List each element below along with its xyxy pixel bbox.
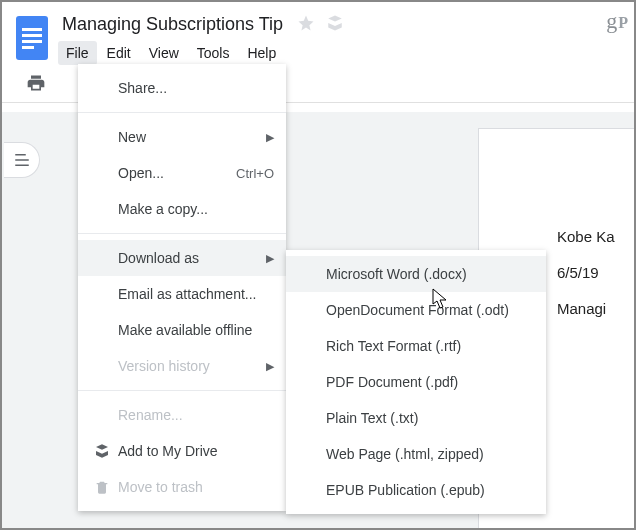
submenu-txt-label: Plain Text (.txt) xyxy=(322,410,534,426)
menu-rename[interactable]: Rename... xyxy=(78,397,286,433)
page-line: Managi xyxy=(557,291,636,327)
menu-download-as-label: Download as xyxy=(114,250,260,266)
menu-make-offline-label: Make available offline xyxy=(114,322,274,338)
outline-tab[interactable] xyxy=(4,142,40,178)
svg-rect-7 xyxy=(15,165,29,167)
svg-rect-5 xyxy=(15,154,26,156)
document-title[interactable]: Managing Subscriptions Tip xyxy=(58,12,287,37)
submenu-html-label: Web Page (.html, zipped) xyxy=(322,446,534,462)
menu-view[interactable]: View xyxy=(141,41,187,65)
page-line: Kobe Ka xyxy=(557,219,636,255)
svg-rect-3 xyxy=(22,40,42,43)
submenu-word-label: Microsoft Word (.docx) xyxy=(322,266,534,282)
menu-version-history-label: Version history xyxy=(114,358,260,374)
menu-make-copy[interactable]: Make a copy... xyxy=(78,191,286,227)
menu-open-label: Open... xyxy=(114,165,236,181)
menu-open[interactable]: Open... Ctrl+O xyxy=(78,155,286,191)
chevron-right-icon: ▶ xyxy=(260,252,274,265)
chevron-right-icon: ▶ xyxy=(260,360,274,373)
menu-share-label: Share... xyxy=(114,80,274,96)
submenu-txt[interactable]: Plain Text (.txt) xyxy=(286,400,546,436)
separator xyxy=(78,233,286,234)
menubar: File Edit View Tools Help xyxy=(58,39,626,67)
submenu-pdf[interactable]: PDF Document (.pdf) xyxy=(286,364,546,400)
menu-share[interactable]: Share... xyxy=(78,70,286,106)
menu-rename-label: Rename... xyxy=(114,407,274,423)
header: Managing Subscriptions Tip File Edit Vie… xyxy=(2,2,634,67)
menu-email-attachment[interactable]: Email as attachment... xyxy=(78,276,286,312)
menu-move-to-trash[interactable]: Move to trash xyxy=(78,469,286,505)
menu-make-copy-label: Make a copy... xyxy=(114,201,274,217)
menu-download-as[interactable]: Download as ▶ xyxy=(78,240,286,276)
docs-app-icon[interactable] xyxy=(14,14,50,62)
submenu-word[interactable]: Microsoft Word (.docx) xyxy=(286,256,546,292)
menu-new[interactable]: New ▶ xyxy=(78,119,286,155)
submenu-epub[interactable]: EPUB Publication (.epub) xyxy=(286,472,546,508)
menu-add-to-drive-label: Add to My Drive xyxy=(114,443,274,459)
menu-add-to-drive[interactable]: Add to My Drive xyxy=(78,433,286,469)
separator xyxy=(78,390,286,391)
submenu-html[interactable]: Web Page (.html, zipped) xyxy=(286,436,546,472)
submenu-pdf-label: PDF Document (.pdf) xyxy=(322,374,534,390)
menu-make-offline[interactable]: Make available offline xyxy=(78,312,286,348)
menu-new-label: New xyxy=(114,129,260,145)
submenu-rtf[interactable]: Rich Text Format (.rtf) xyxy=(286,328,546,364)
menu-tools[interactable]: Tools xyxy=(189,41,238,65)
print-icon[interactable] xyxy=(26,73,46,96)
menu-edit[interactable]: Edit xyxy=(99,41,139,65)
trash-icon xyxy=(90,479,114,495)
menu-email-attachment-label: Email as attachment... xyxy=(114,286,274,302)
svg-rect-6 xyxy=(15,159,29,161)
menu-file[interactable]: File xyxy=(58,41,97,65)
menu-version-history[interactable]: Version history ▶ xyxy=(78,348,286,384)
chevron-right-icon: ▶ xyxy=(260,131,274,144)
svg-rect-4 xyxy=(22,46,34,49)
star-icon[interactable] xyxy=(297,14,315,35)
submenu-odt[interactable]: OpenDocument Format (.odt) xyxy=(286,292,546,328)
menu-open-shortcut: Ctrl+O xyxy=(236,166,274,181)
file-dropdown: Share... New ▶ Open... Ctrl+O Make a cop… xyxy=(78,64,286,511)
move-icon[interactable] xyxy=(325,14,345,35)
submenu-rtf-label: Rich Text Format (.rtf) xyxy=(322,338,534,354)
drive-icon xyxy=(90,443,114,459)
submenu-epub-label: EPUB Publication (.epub) xyxy=(322,482,534,498)
menu-move-to-trash-label: Move to trash xyxy=(114,479,274,495)
page-line: 6/5/19 xyxy=(557,255,636,291)
separator xyxy=(78,112,286,113)
menu-help[interactable]: Help xyxy=(239,41,284,65)
submenu-odt-label: OpenDocument Format (.odt) xyxy=(322,302,534,318)
svg-rect-0 xyxy=(16,16,48,60)
svg-rect-2 xyxy=(22,34,42,37)
gp-badge: gP xyxy=(606,8,628,34)
svg-rect-1 xyxy=(22,28,42,31)
download-as-submenu: Microsoft Word (.docx) OpenDocument Form… xyxy=(286,250,546,514)
